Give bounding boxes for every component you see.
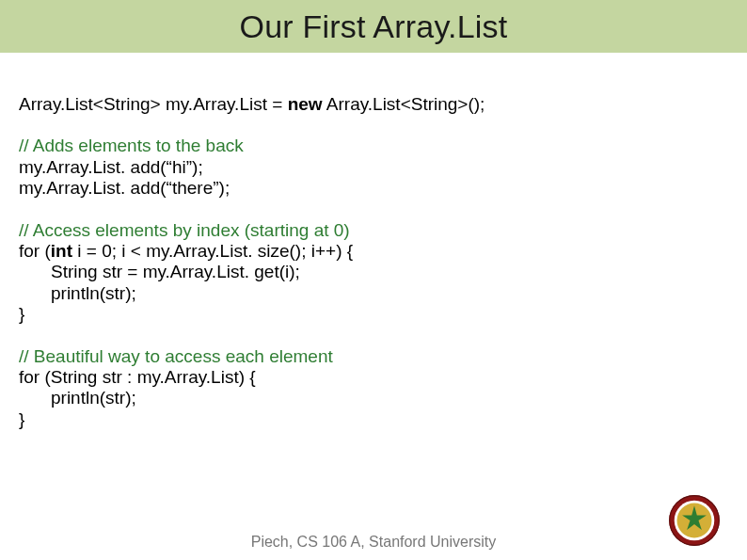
code-declaration: Array.List<String> my.Array.List = new A… [19, 94, 728, 115]
decl-post: Array.List<String>(); [323, 94, 485, 114]
code-block-for-index: // Access elements by index (starting at… [19, 220, 728, 326]
code-line: String str = my.Array.List. get(i); [19, 262, 728, 282]
comment-index: // Access elements by index (starting at… [19, 220, 728, 241]
title-bar: Our First Array.List [0, 0, 747, 53]
comment-add: // Adds elements to the back [19, 136, 728, 156]
for-pre: for ( [19, 241, 51, 261]
code-line: for (String str : my.Array.List) { [19, 367, 728, 388]
keyword-int: int [51, 241, 72, 261]
decl-pre: Array.List<String> my.Array.List = [19, 94, 288, 114]
comment-foreach: // Beautiful way to access each element [19, 346, 728, 367]
code-line: println(str); [19, 283, 728, 304]
code-line: println(str); [19, 388, 728, 408]
code-line: } [19, 304, 728, 325]
slide-title: Our First Array.List [240, 8, 508, 45]
slide-footer: Piech, CS 106 A, Stanford University [0, 534, 747, 551]
code-line: my.Array.List. add(“there”); [19, 178, 728, 199]
code-line: } [19, 409, 728, 430]
keyword-new: new [288, 94, 323, 114]
code-block-for-each: // Beautiful way to access each element … [19, 346, 728, 431]
code-block-add: // Adds elements to the back my.Array.Li… [19, 136, 728, 199]
code-line: my.Array.List. add(“hi”); [19, 157, 728, 178]
for-post: i = 0; i < my.Array.List. size(); i++) { [72, 241, 353, 261]
code-line: for (int i = 0; i < my.Array.List. size(… [19, 241, 728, 262]
stanford-seal-icon [668, 494, 721, 547]
slide: Our First Array.List Array.List<String> … [0, 0, 747, 560]
code-content: Array.List<String> my.Array.List = new A… [19, 94, 728, 451]
